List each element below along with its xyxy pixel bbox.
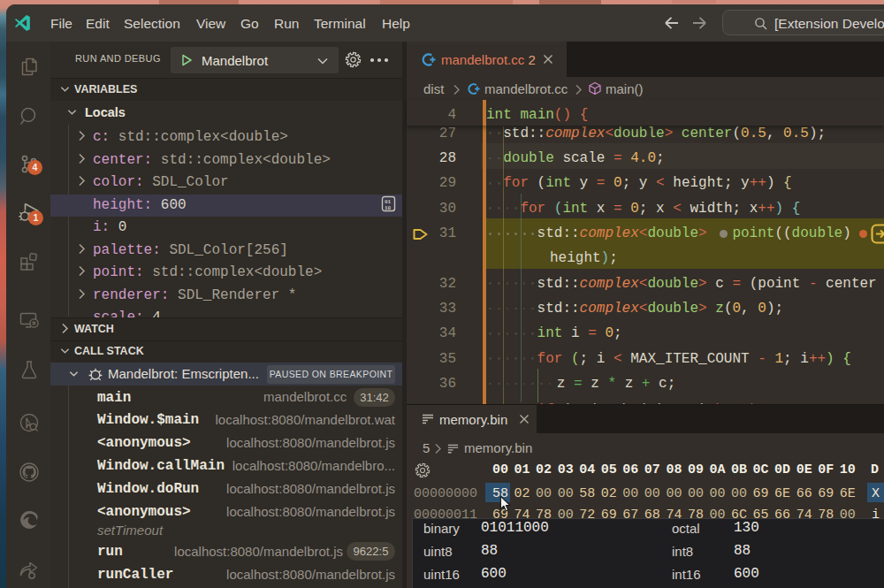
svg-text:10: 10	[385, 205, 392, 211]
svg-text:01: 01	[385, 199, 392, 205]
